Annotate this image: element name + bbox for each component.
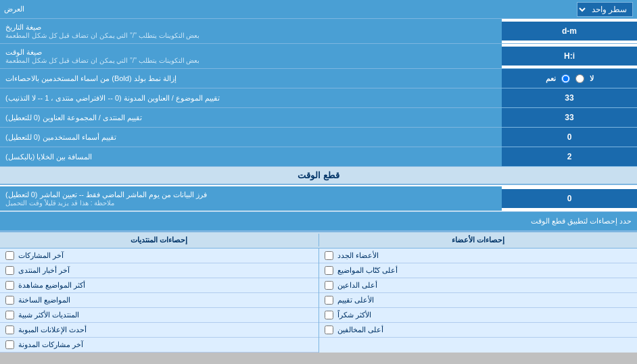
stats-top-active-label: أعلى الداعين — [337, 281, 377, 290]
apply-stats-label: حدد إحصاءات لتطبيق قطع الوقت — [5, 217, 632, 226]
stats-recent-topics: المواضيع الساخنة — [0, 293, 318, 308]
topics-order-input[interactable] — [506, 93, 633, 103]
stats-last-posts: آخر المشاركات — [0, 249, 318, 263]
stats-top-thanks-check[interactable] — [325, 311, 333, 319]
topics-order-label: تقييم الموضوع / العناوين المدونة (0 -- ا… — [0, 88, 502, 107]
stats-top-rated-check[interactable] — [325, 296, 333, 305]
realtime-section-header: قطع الوقت — [0, 167, 637, 185]
users-order-input-wrapper[interactable] — [502, 128, 637, 147]
stats-top-active: أعلى الداعين — [319, 278, 638, 293]
stats-header-row: إحصاءات الأعضاء إحصاءات المنتديات — [0, 232, 637, 249]
gap-label: المسافة بين الخلايا (بالبكسل) — [0, 147, 502, 166]
bold-yes-radio[interactable] — [561, 74, 570, 83]
stats-recent-ads-label: أحدث الإعلانات المبوبة — [18, 326, 87, 334]
stats-most-viewed-check[interactable] — [5, 281, 14, 290]
date-format-input-wrapper[interactable] — [502, 22, 637, 41]
stats-top-active-check[interactable] — [325, 281, 333, 290]
stats-forums-col: آخر المشاركات آخر أخبار المنتدى أكثر الم… — [0, 249, 318, 353]
top-row: سطر واحدسطرانثلاثة أسطر العرض — [0, 0, 637, 19]
gap-input-wrapper[interactable] — [502, 147, 637, 166]
display-select[interactable]: سطر واحدسطرانثلاثة أسطر — [577, 2, 633, 17]
stats-similar-forums-check[interactable] — [5, 311, 14, 319]
stats-new-members: الأعضاء الجدد — [319, 249, 638, 263]
bold-yes-label: نعم — [546, 74, 556, 83]
bold-no-label: لا — [590, 74, 594, 83]
stats-new-members-label: الأعضاء الجدد — [337, 251, 379, 260]
time-format-label: صيغة الوقت بعض التكوينات يتطلب "/" التي … — [0, 44, 502, 68]
stats-similar-forums: المنتديات الأكثر شبية — [0, 308, 318, 323]
stats-top-rated-label: الأعلى تقييم — [337, 296, 374, 305]
filter-input-wrapper[interactable] — [502, 189, 637, 208]
stats-top-posters-check[interactable] — [325, 266, 333, 275]
time-format-row: صيغة الوقت بعض التكوينات يتطلب "/" التي … — [0, 44, 637, 69]
stats-recent-ads: أحدث الإعلانات المبوبة — [0, 323, 318, 338]
stats-top-thanks: الأكثر شكراً — [319, 308, 638, 323]
forum-order-input-wrapper[interactable] — [502, 108, 637, 127]
bold-remove-input-wrapper: لا نعم — [502, 69, 637, 88]
time-format-input[interactable] — [506, 51, 633, 61]
stats-last-posts-label: آخر المشاركات — [18, 251, 64, 260]
apply-stats-row: حدد إحصاءات لتطبيق قطع الوقت — [0, 212, 637, 231]
stats-body: الأعضاء الجدد أعلى كتّاب المواضيع أعلى ا… — [0, 249, 637, 353]
stats-top-rated: الأعلى تقييم — [319, 293, 638, 308]
forum-order-input[interactable] — [506, 113, 633, 122]
stats-new-members-check[interactable] — [325, 251, 333, 260]
stats-noted-posts-check[interactable] — [5, 340, 14, 349]
date-format-input[interactable] — [506, 26, 633, 36]
stats-recent-ads-check[interactable] — [5, 326, 14, 334]
bold-remove-label: إزالة نمط بولد (Bold) من اسماء المستخدمي… — [0, 69, 502, 88]
users-order-label: تقييم أسماء المستخدمين (0 للتعطيل) — [0, 128, 502, 147]
stats-forum-news: آخر أخبار المنتدى — [0, 263, 318, 278]
stats-col1-header: إحصاءات المنتديات — [0, 234, 318, 246]
topics-order-input-wrapper[interactable] — [502, 88, 637, 107]
stats-forum-news-label: آخر أخبار المنتدى — [18, 266, 70, 275]
gap-row: المسافة بين الخلايا (بالبكسل) — [0, 147, 637, 167]
stats-top-admins-check[interactable] — [325, 326, 333, 334]
date-format-row: صيغة التاريخ بعض التكوينات يتطلب "/" الت… — [0, 19, 637, 44]
time-format-input-wrapper[interactable] — [502, 47, 637, 66]
stats-section: إحصاءات الأعضاء إحصاءات المنتديات الأعضا… — [0, 231, 637, 353]
filter-input[interactable] — [506, 194, 633, 203]
forum-order-row: تقييم المنتدى / المجموعة العناوين (0 للت… — [0, 108, 637, 128]
stats-last-posts-check[interactable] — [5, 251, 14, 260]
stats-similar-forums-label: المنتديات الأكثر شبية — [18, 311, 79, 319]
filter-row: فرز البيانات من يوم الماشر الماضي فقط --… — [0, 185, 637, 212]
bold-no-radio[interactable] — [575, 74, 584, 83]
stats-recent-topics-label: المواضيع الساخنة — [18, 296, 70, 305]
bold-remove-row: لا نعم إزالة نمط بولد (Bold) من اسماء ال… — [0, 69, 637, 88]
stats-forum-news-check[interactable] — [5, 266, 14, 275]
stats-recent-topics-check[interactable] — [5, 296, 14, 305]
stats-top-posters: أعلى كتّاب المواضيع — [319, 263, 638, 278]
date-format-label: صيغة التاريخ بعض التكوينات يتطلب "/" الت… — [0, 19, 502, 43]
stats-members-col: الأعضاء الجدد أعلى كتّاب المواضيع أعلى ا… — [318, 249, 638, 353]
forum-order-label: تقييم المنتدى / المجموعة العناوين (0 للت… — [0, 108, 502, 127]
users-order-row: تقييم أسماء المستخدمين (0 للتعطيل) — [0, 128, 637, 147]
stats-top-admins-label: أعلى المخالفين — [337, 326, 383, 334]
stats-most-viewed: أكثر المواضيع مشاهدة — [0, 278, 318, 293]
select-wrapper[interactable]: سطر واحدسطرانثلاثة أسطر — [577, 2, 633, 17]
stats-most-viewed-label: أكثر المواضيع مشاهدة — [18, 281, 85, 290]
stats-col2-header: إحصاءات الأعضاء — [318, 234, 638, 246]
users-order-input[interactable] — [506, 132, 633, 142]
filter-label: فرز البيانات من يوم الماشر الماضي فقط --… — [0, 186, 502, 211]
stats-top-thanks-label: الأكثر شكراً — [337, 311, 371, 319]
gap-input[interactable] — [506, 152, 633, 161]
stats-noted-posts: آخر مشاركات المدونة — [0, 338, 318, 353]
stats-noted-posts-label: آخر مشاركات المدونة — [18, 340, 83, 349]
stats-top-admins: أعلى المخالفين — [319, 323, 638, 338]
display-label: العرض — [4, 5, 24, 14]
topics-order-row: تقييم الموضوع / العناوين المدونة (0 -- ا… — [0, 88, 637, 108]
stats-top-posters-label: أعلى كتّاب المواضيع — [337, 266, 398, 275]
